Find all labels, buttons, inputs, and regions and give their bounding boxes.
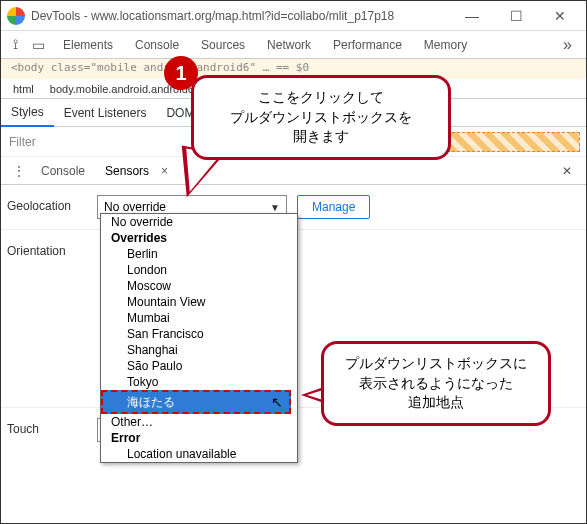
device-toolbar-icon[interactable]: ▭: [26, 37, 51, 53]
orientation-label: Orientation: [7, 240, 97, 258]
geolocation-dropdown[interactable]: No override Overrides Berlin London Mosc…: [100, 213, 298, 463]
option-mumbai[interactable]: Mumbai: [101, 310, 297, 326]
drawer-tab-sensors-close-icon[interactable]: ×: [161, 164, 168, 178]
devtools-favicon-icon: [7, 7, 25, 25]
chevron-down-icon: ▼: [270, 202, 280, 213]
tab-performance[interactable]: Performance: [323, 31, 412, 59]
drawer-tabs: ⋮ Console Sensors × ✕: [1, 157, 586, 185]
option-london[interactable]: London: [101, 262, 297, 278]
drawer-tab-sensors[interactable]: Sensors: [95, 164, 159, 178]
option-san-francisco[interactable]: San Francisco: [101, 326, 297, 342]
callout2-line1: プルダウンリストボックスに: [338, 354, 534, 374]
option-tokyo[interactable]: Tokyo: [101, 374, 297, 390]
option-other[interactable]: Other…: [101, 414, 297, 430]
callout1-line3: 開きます: [208, 127, 434, 147]
option-mountain-view[interactable]: Mountain View: [101, 294, 297, 310]
callout2-line2: 表示されるようになった: [338, 374, 534, 394]
annotation-callout-1: ここをクリックして プルダウンリストボックスを 開きます: [191, 75, 451, 160]
tab-elements[interactable]: Elements: [53, 31, 123, 59]
geolocation-label: Geolocation: [7, 195, 97, 213]
crumb-html[interactable]: html: [5, 83, 42, 95]
main-tabs: ⟟ ▭ Elements Console Sources Network Per…: [1, 31, 586, 59]
option-umihotaru-label: 海ほたる: [127, 394, 175, 411]
more-tabs-icon[interactable]: »: [555, 36, 580, 54]
window-title: DevTools - www.locationsmart.org/map.htm…: [31, 9, 450, 23]
inspect-icon[interactable]: ⟟: [7, 36, 24, 53]
touch-label: Touch: [7, 418, 97, 436]
styles-tab-styles[interactable]: Styles: [1, 99, 54, 127]
window-maximize-button[interactable]: ☐: [494, 1, 538, 31]
callout1-line1: ここをクリックして: [208, 88, 434, 108]
option-no-override[interactable]: No override: [101, 214, 297, 230]
option-moscow[interactable]: Moscow: [101, 278, 297, 294]
tab-network[interactable]: Network: [257, 31, 321, 59]
mouse-cursor-icon: ↖: [271, 394, 283, 410]
tab-sources[interactable]: Sources: [191, 31, 255, 59]
window-minimize-button[interactable]: —: [450, 1, 494, 31]
callout2-line3: 追加地点: [338, 393, 534, 413]
option-umihotaru[interactable]: 海ほたる ↖: [101, 390, 291, 414]
drawer-menu-icon[interactable]: ⋮: [7, 164, 31, 178]
window-close-button[interactable]: ✕: [538, 1, 582, 31]
option-group-error: Error: [101, 430, 297, 446]
callout1-line2: プルダウンリストボックスを: [208, 108, 434, 128]
geolocation-select-value: No override: [104, 200, 166, 214]
option-group-overrides: Overrides: [101, 230, 297, 246]
window-titlebar: DevTools - www.locationsmart.org/map.htm…: [1, 1, 586, 31]
drawer-close-icon[interactable]: ✕: [554, 164, 580, 178]
option-shanghai[interactable]: Shanghai: [101, 342, 297, 358]
option-berlin[interactable]: Berlin: [101, 246, 297, 262]
tab-console[interactable]: Console: [125, 31, 189, 59]
styles-tab-event-listeners[interactable]: Event Listeners: [54, 99, 157, 127]
option-location-unavailable[interactable]: Location unavailable: [101, 446, 297, 462]
tab-memory[interactable]: Memory: [414, 31, 477, 59]
annotation-callout-2: プルダウンリストボックスに 表示されるようになった 追加地点: [321, 341, 551, 426]
geolocation-manage-button[interactable]: Manage: [297, 195, 370, 219]
drawer-tab-console[interactable]: Console: [31, 164, 95, 178]
option-sao-paulo[interactable]: São Paulo: [101, 358, 297, 374]
